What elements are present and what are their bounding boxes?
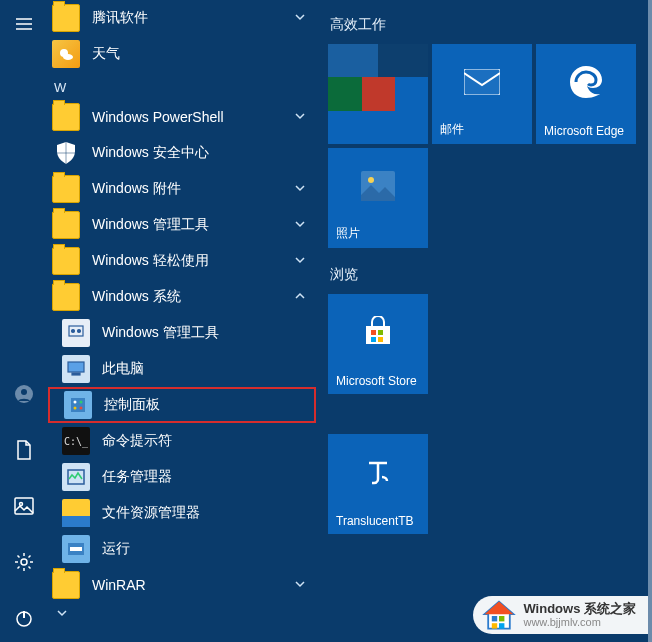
svg-point-16 [74,407,77,410]
folder-icon [52,4,80,32]
app-item-accessories[interactable]: Windows 附件 [48,171,316,207]
power-icon [14,608,34,628]
app-label: 文件资源管理器 [102,504,200,522]
weather-icon [52,40,80,68]
scroll-down-hint [48,603,316,623]
svg-rect-13 [71,398,85,412]
sub-item-control-panel[interactable]: 控制面板 [48,387,316,423]
app-list[interactable]: 腾讯软件 天气 W Windows PowerShell Windows 安全中… [48,0,316,642]
live-tile-quad[interactable] [328,44,428,144]
app-item-winrar[interactable]: WinRAR [48,567,316,603]
group-title-productivity[interactable]: 高效工作 [330,16,638,34]
start-menu: 腾讯软件 天气 W Windows PowerShell Windows 安全中… [0,0,652,642]
app-item-admin-tools[interactable]: Windows 管理工具 [48,207,316,243]
svg-rect-2 [15,498,33,514]
tile-photos[interactable]: 照片 [328,148,428,248]
this-pc-icon [62,355,90,383]
chevron-down-icon [294,576,306,594]
folder-icon [52,571,80,599]
svg-point-10 [78,330,81,333]
sub-item-file-explorer[interactable]: 文件资源管理器 [48,495,316,531]
watermark: Windows 系统之家 www.bjjmlv.com [473,596,648,634]
translucent-tb-icon [363,457,393,491]
app-label: WinRAR [92,577,146,593]
sub-item-cmd[interactable]: C:\_ 命令提示符 [48,423,316,459]
file-explorer-icon [62,499,90,527]
quad-cell [328,77,362,110]
left-rail [0,0,48,642]
app-label: 运行 [102,540,130,558]
chevron-down-icon [294,252,306,270]
svg-point-17 [80,407,83,410]
section-letter[interactable]: W [48,72,316,99]
tile-translucenttb[interactable]: TranslucentTB [328,434,428,534]
app-item-ease-of-access[interactable]: Windows 轻松使用 [48,243,316,279]
app-item-security[interactable]: Windows 安全中心 [48,135,316,171]
hamburger-icon [14,14,34,34]
settings-button[interactable] [8,546,40,578]
shield-icon [52,139,80,167]
svg-rect-21 [464,69,500,95]
tile-label: 照片 [336,225,360,242]
documents-icon [15,440,33,460]
account-icon [14,384,34,404]
svg-rect-29 [378,337,383,342]
app-label: 天气 [92,45,120,63]
control-panel-icon [64,391,92,419]
app-label: 任务管理器 [102,468,172,486]
svg-rect-20 [70,547,82,551]
hamburger-button[interactable] [8,8,40,40]
photos-icon [361,171,395,205]
svg-point-9 [72,330,75,333]
svg-point-15 [80,401,83,404]
cmd-icon: C:\_ [62,427,90,455]
app-label: Windows 管理工具 [92,216,209,234]
admin-tools-icon [62,319,90,347]
app-item-weather[interactable]: 天气 [48,36,316,72]
tile-mail[interactable]: 邮件 [432,44,532,144]
svg-rect-26 [371,330,376,335]
app-label: Windows 轻松使用 [92,252,209,270]
sub-item-run[interactable]: 运行 [48,531,316,567]
app-label: Windows 附件 [92,180,181,198]
documents-button[interactable] [8,434,40,466]
account-button[interactable] [8,378,40,410]
app-label: Windows 管理工具 [102,324,219,342]
tile-label: 邮件 [440,121,464,138]
scrollbar[interactable] [648,0,652,642]
app-label: Windows 系统 [92,288,181,306]
app-label: 腾讯软件 [92,9,148,27]
pictures-button[interactable] [8,490,40,522]
chevron-down-icon [294,9,306,27]
app-label: Windows PowerShell [92,109,224,125]
svg-rect-32 [492,623,497,628]
svg-rect-11 [68,362,84,372]
sub-item-this-pc[interactable]: 此电脑 [48,351,316,387]
svg-rect-12 [72,373,80,375]
sub-item-admin-tools[interactable]: Windows 管理工具 [48,315,316,351]
store-icon [362,316,394,352]
tiles-row: TranslucentTB [328,434,638,534]
app-label: Windows 安全中心 [92,144,209,162]
app-item-tencent[interactable]: 腾讯软件 [48,0,316,36]
mail-icon [464,69,500,99]
folder-icon [52,175,80,203]
quad-cell [378,44,428,77]
quad-cell [395,77,428,110]
task-manager-icon [62,463,90,491]
power-button[interactable] [8,602,40,634]
gear-icon [14,552,34,572]
app-item-windows-system[interactable]: Windows 系统 [48,279,316,315]
sub-item-task-manager[interactable]: 任务管理器 [48,459,316,495]
tile-label: TranslucentTB [336,514,414,528]
group-title-browse[interactable]: 浏览 [330,266,638,284]
tile-edge[interactable]: Microsoft Edge [536,44,636,144]
pictures-icon [14,497,34,515]
app-label: 此电脑 [102,360,144,378]
tile-label: Microsoft Edge [544,124,624,138]
tile-store[interactable]: Microsoft Store [328,294,428,394]
svg-rect-27 [378,330,383,335]
app-item-powershell[interactable]: Windows PowerShell [48,99,316,135]
rail-bottom [0,378,48,634]
run-icon [62,535,90,563]
